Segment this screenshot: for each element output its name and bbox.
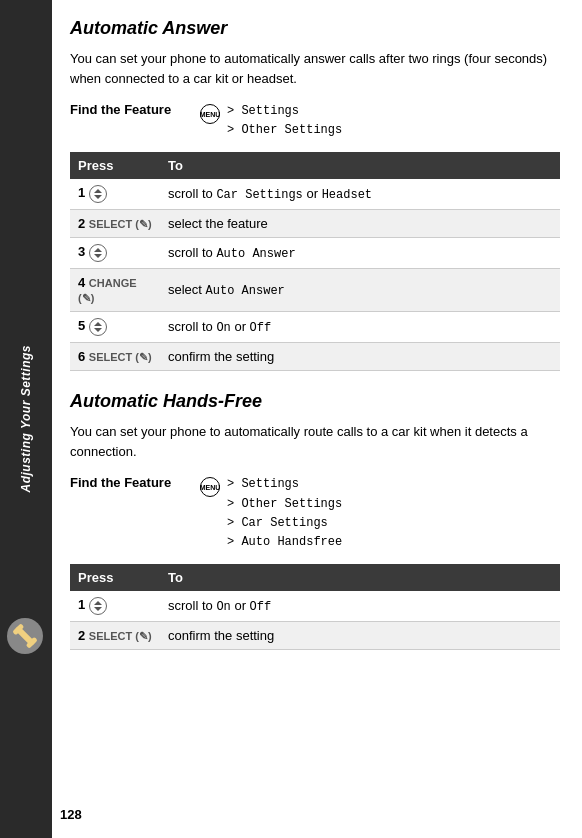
table-row: 5 scroll to On or Off: [70, 312, 560, 343]
change-button-label: CHANGE (✎): [78, 277, 137, 304]
section1-title: Automatic Answer: [70, 18, 560, 39]
page-wrapper: Adjusting Your Settings Automatic Answer…: [0, 0, 582, 838]
section1-col-to: To: [160, 152, 560, 179]
sidebar: Adjusting Your Settings: [0, 0, 52, 838]
section2-title: Automatic Hands-Free: [70, 391, 560, 412]
select-button-label-2: SELECT (✎): [89, 351, 152, 363]
main-content: Automatic Answer You can set your phone …: [52, 0, 582, 838]
to-cell: select Auto Answer: [160, 269, 560, 312]
to-cell: confirm the setting: [160, 343, 560, 371]
section1-table: Press To 1 scroll to Car Settings or Hea…: [70, 152, 560, 371]
section2-path-line-2: > Other Settings: [227, 495, 342, 514]
section2-path-line-1: > Settings: [227, 475, 342, 494]
to-cell: scroll to Auto Answer: [160, 238, 560, 269]
section2-description: You can set your phone to automatically …: [70, 422, 560, 461]
section2-col-to: To: [160, 564, 560, 591]
scroll-icon: [89, 597, 107, 615]
to-cell: scroll to On or Off: [160, 591, 560, 622]
press-cell: 5: [70, 312, 160, 343]
press-cell: 2 SELECT (✎): [70, 210, 160, 238]
table-row: 4 CHANGE (✎) select Auto Answer: [70, 269, 560, 312]
section2-find-feature-path: MENU > Settings > Other Settings > Car S…: [200, 475, 342, 552]
to-cell: scroll to On or Off: [160, 312, 560, 343]
table-row: 3 scroll to Auto Answer: [70, 238, 560, 269]
section2-find-feature: Find the Feature MENU > Settings > Other…: [70, 475, 560, 552]
section1-path-line-2: > Other Settings: [227, 121, 342, 140]
section1-path-line-1: > Settings: [227, 102, 342, 121]
menu-icon-2: MENU: [200, 477, 220, 497]
section2-path-line-3: > Car Settings: [227, 514, 342, 533]
scroll-icon: [89, 244, 107, 262]
sidebar-label: Adjusting Your Settings: [19, 345, 33, 493]
table-row: 2 SELECT (✎) select the feature: [70, 210, 560, 238]
section1: Automatic Answer You can set your phone …: [70, 18, 560, 371]
section1-find-feature: Find the Feature MENU > Settings > Other…: [70, 102, 560, 140]
section2: Automatic Hands-Free You can set your ph…: [70, 391, 560, 650]
to-cell: confirm the setting: [160, 622, 560, 650]
press-cell: 4 CHANGE (✎): [70, 269, 160, 312]
press-cell: 2 SELECT (✎): [70, 622, 160, 650]
table-row: 1 scroll to Car Settings or Headset: [70, 179, 560, 210]
menu-icon-1: MENU: [200, 104, 220, 124]
section1-table-header: Press To: [70, 152, 560, 179]
select-button-label: SELECT (✎): [89, 218, 152, 230]
table-row: 1 scroll to On or Off: [70, 591, 560, 622]
table-row: 2 SELECT (✎) confirm the setting: [70, 622, 560, 650]
scroll-icon: [89, 185, 107, 203]
to-cell: select the feature: [160, 210, 560, 238]
press-cell: 6 SELECT (✎): [70, 343, 160, 371]
section1-find-feature-path: MENU > Settings > Other Settings: [200, 102, 342, 140]
scroll-icon: [89, 318, 107, 336]
press-cell: 1: [70, 179, 160, 210]
section1-col-press: Press: [70, 152, 160, 179]
wrench-icon: [5, 616, 47, 658]
section2-table: Press To 1 scroll to On or Off: [70, 564, 560, 650]
press-cell: 3: [70, 238, 160, 269]
section2-path-line-4: > Auto Handsfree: [227, 533, 342, 552]
page-number: 128: [60, 807, 82, 822]
section1-find-feature-label: Find the Feature: [70, 102, 190, 117]
section2-table-header: Press To: [70, 564, 560, 591]
section2-col-press: Press: [70, 564, 160, 591]
to-cell: scroll to Car Settings or Headset: [160, 179, 560, 210]
select-button-label-3: SELECT (✎): [89, 630, 152, 642]
table-row: 6 SELECT (✎) confirm the setting: [70, 343, 560, 371]
press-cell: 1: [70, 591, 160, 622]
section1-description: You can set your phone to automatically …: [70, 49, 560, 88]
section2-find-feature-label: Find the Feature: [70, 475, 190, 490]
